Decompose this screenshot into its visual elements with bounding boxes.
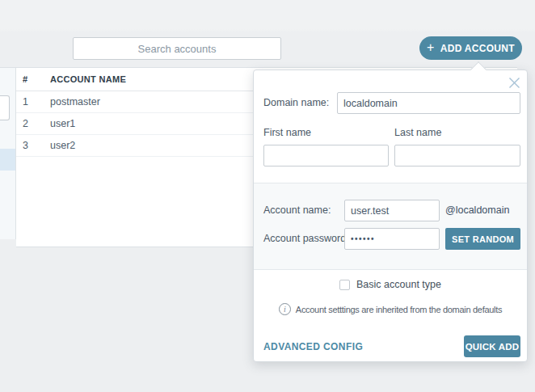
add-account-popover: Domain name: First name Last name Accoun… bbox=[253, 70, 528, 362]
set-random-button[interactable]: SET RANDOM bbox=[445, 228, 520, 250]
row-index: 2 bbox=[16, 118, 50, 129]
accounts-admin-screen: + ADD ACCOUNT # ACCOUNT NAME 1 postmaste… bbox=[0, 0, 535, 392]
account-name-label: Account name: bbox=[263, 200, 331, 221]
quick-add-button[interactable]: QUICK ADD bbox=[464, 335, 520, 357]
last-name-input[interactable] bbox=[394, 145, 520, 166]
account-domain-suffix: @localdomain bbox=[445, 200, 509, 221]
last-name-label: Last name bbox=[394, 127, 441, 138]
info-icon: i bbox=[279, 303, 291, 315]
account-credentials-section: Account name: @localdomain Account passw… bbox=[254, 183, 527, 270]
account-password-label: Account password: bbox=[263, 228, 349, 250]
selected-domain-indicator[interactable] bbox=[0, 149, 15, 171]
domain-search-partial[interactable] bbox=[0, 95, 10, 120]
basic-account-label: Basic account type bbox=[356, 279, 441, 290]
info-row: i Account setttings are inherited from t… bbox=[254, 303, 527, 315]
first-name-label: First name bbox=[263, 127, 311, 138]
basic-account-checkbox[interactable] bbox=[339, 280, 350, 290]
popover-caret bbox=[470, 61, 487, 78]
basic-account-row: Basic account type bbox=[254, 279, 527, 290]
column-header-index: # bbox=[16, 74, 50, 84]
search-input[interactable] bbox=[73, 37, 281, 60]
domain-name-label: Domain name: bbox=[263, 92, 329, 114]
account-password-input[interactable] bbox=[344, 228, 440, 250]
add-account-label: ADD ACCOUNT bbox=[440, 43, 515, 54]
plus-icon: + bbox=[427, 41, 435, 54]
row-index: 3 bbox=[16, 140, 50, 151]
add-account-button[interactable]: + ADD ACCOUNT bbox=[419, 36, 522, 60]
domain-list-strip bbox=[0, 67, 16, 239]
domain-name-input[interactable] bbox=[337, 92, 520, 114]
account-name-input[interactable] bbox=[344, 200, 440, 221]
row-index: 1 bbox=[16, 96, 50, 107]
close-icon bbox=[508, 77, 520, 89]
first-name-input[interactable] bbox=[263, 145, 389, 166]
info-text: Account setttings are inherited from the… bbox=[296, 305, 502, 314]
close-button[interactable] bbox=[507, 75, 521, 90]
advanced-config-link[interactable]: ADVANCED CONFIG bbox=[263, 341, 363, 352]
